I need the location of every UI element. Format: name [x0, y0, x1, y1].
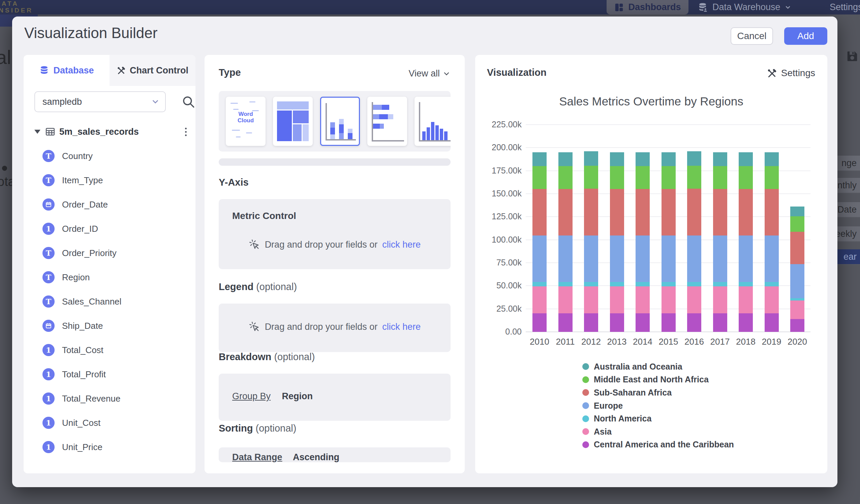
chart-type-card-column[interactable] [415, 97, 450, 146]
view-all-button[interactable]: View all [408, 68, 450, 79]
field-row-total_profit[interactable]: 1Total_Profit [24, 363, 196, 386]
field-label: Item_Type [62, 175, 103, 186]
chart-type-card-stacked-column[interactable] [320, 97, 360, 146]
nav-item-data-warehouse[interactable]: Data Warehouse [697, 0, 791, 14]
legend-item[interactable]: North America [582, 412, 734, 425]
bar-segment [790, 264, 804, 298]
drop-hint: Drag and drop your fields or [265, 240, 378, 250]
field-row-region[interactable]: TRegion [24, 266, 196, 289]
bar-segment [558, 282, 573, 286]
chart-type-card-word-cloud[interactable]: WordCloud [226, 97, 266, 146]
x-tick-label: 2012 [578, 336, 605, 347]
field-row-country[interactable]: TCountry [24, 145, 196, 168]
carousel-scrollbar[interactable] [219, 158, 450, 166]
legend-label: Asia [594, 427, 612, 437]
chart-title: Sales Metrics Overtime by Regions [475, 95, 827, 108]
field-label: Region [62, 272, 90, 283]
bar-segment [635, 166, 650, 189]
field-row-order_priority[interactable]: TOrder_Priority [24, 242, 196, 264]
database-select[interactable]: sampledb [34, 91, 166, 112]
cancel-button[interactable]: Cancel [731, 27, 773, 45]
caret-down-icon[interactable] [34, 130, 40, 134]
bar-segment [713, 189, 727, 235]
top-navbar: DATA INSIDER Dashboards Data Warehouse S… [0, 0, 860, 14]
add-button[interactable]: Add [784, 27, 827, 45]
chart-type-card-stacked-bar[interactable] [367, 97, 407, 146]
field-row-order_id[interactable]: 1Order_ID [24, 217, 196, 240]
save-icon [846, 50, 859, 63]
legend-item[interactable]: Europe [582, 399, 734, 412]
y-tick-label: 150.00k [492, 189, 522, 199]
bar-segment [661, 166, 676, 189]
field-row-total_revenue[interactable]: 1Total_Revenue [24, 387, 196, 410]
legend-label: Sub-Saharan Africa [594, 388, 672, 398]
nav-item-settings[interactable]: Settings [826, 0, 860, 14]
kebab-menu-icon[interactable] [182, 126, 190, 138]
bar-segment [790, 319, 804, 332]
database-icon [39, 66, 49, 75]
click-here-link[interactable]: click here [382, 322, 420, 332]
field-row-order_date[interactable]: Order_Date [24, 193, 196, 216]
stacked-bar-2015 [661, 152, 676, 332]
bar-segment [635, 235, 650, 282]
click-here-link[interactable]: click here [382, 240, 420, 250]
x-tick-label: 2015 [655, 336, 682, 347]
metric-control-dropzone[interactable]: Metric Control Drag and drop your fields… [219, 199, 450, 269]
table-tree-item[interactable]: 5m_sales_records [32, 124, 190, 139]
legend-label: Europe [594, 401, 623, 411]
chevron-down-icon [151, 97, 160, 106]
legend-dropzone[interactable]: Drag and drop your fields or click here [219, 304, 450, 352]
field-row-ship_date[interactable]: Ship_Date [24, 314, 196, 337]
legend-item[interactable]: Australia and Oceania [582, 360, 734, 373]
gridline [526, 147, 811, 148]
field-row-item_type[interactable]: TItem_Type [24, 169, 196, 192]
bar-segment [584, 282, 598, 286]
legend-item[interactable]: Asia [582, 425, 734, 438]
visualization-builder-modal: Visualization Builder Cancel Add Databas… [12, 16, 837, 487]
settings-button[interactable]: Settings [766, 68, 815, 78]
type-heading: Type [219, 67, 241, 78]
legend-item[interactable]: Middle East and North Africa [582, 373, 734, 386]
legend-heading: Legend (optional) [219, 281, 297, 292]
data-warehouse-icon [697, 2, 708, 13]
tab-chart-control[interactable]: Chart Control [110, 55, 196, 86]
y-tick-label: 200.00k [492, 143, 522, 152]
field-row-sales_channel[interactable]: TSales_Channel [24, 290, 196, 313]
text-field-icon: T [42, 247, 55, 259]
bar-segment [739, 166, 753, 189]
bar-segment [532, 282, 547, 286]
bar-segment [635, 189, 650, 235]
field-row-unit_price[interactable]: 1Unit_Price [24, 436, 196, 459]
bar-segment [635, 286, 650, 314]
nav-item-dashboards[interactable]: Dashboards [606, 0, 688, 14]
chart-type-card-treemap[interactable] [273, 97, 313, 146]
legend-item[interactable]: Sub-Saharan Africa [582, 386, 734, 399]
legend-dot [582, 415, 589, 422]
y-tick-label: 125.00k [492, 212, 522, 221]
sorting-field-link[interactable]: Data Range [232, 452, 282, 462]
bar-segment [584, 286, 598, 314]
stacked-bar-2011 [558, 152, 573, 332]
tab-database[interactable]: Database [24, 55, 110, 86]
search-button[interactable] [181, 95, 196, 109]
legend-item[interactable]: Central America and the Caribbean [582, 438, 734, 451]
tools-icon [117, 66, 126, 75]
bar-segment [765, 235, 779, 282]
y-tick-label: 175.00k [492, 166, 522, 175]
y-tick-label: 25.00k [497, 304, 522, 314]
database-select-value: sampledb [42, 97, 82, 107]
field-label: Order_Date [62, 199, 108, 210]
bar-segment [532, 286, 547, 314]
field-row-unit_cost[interactable]: 1Unit_Cost [24, 411, 196, 434]
group-by-value[interactable]: Region [282, 391, 313, 401]
bar-segment [739, 235, 753, 282]
field-row-total_cost[interactable]: 1Total_Cost [24, 339, 196, 361]
chart-plot-area [526, 125, 811, 332]
gridline [526, 124, 811, 125]
bar-segment [558, 286, 573, 314]
sorting-order-value[interactable]: Ascending [293, 452, 339, 462]
group-by-link[interactable]: Group By [232, 391, 271, 401]
bar-segment [610, 282, 624, 286]
bar-segment [558, 313, 573, 332]
bar-segment [610, 235, 624, 282]
